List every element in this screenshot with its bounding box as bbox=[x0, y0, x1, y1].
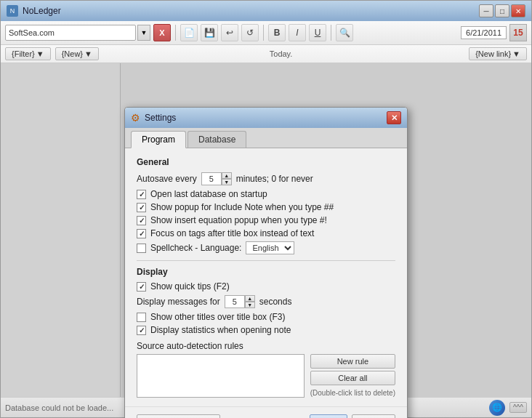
rules-section-label: Source auto-detection rules bbox=[137, 341, 395, 351]
checkbox-show-popup-label: Show popup for Include Note when you typ… bbox=[150, 202, 334, 212]
new-link-button[interactable]: {New link} ▼ bbox=[469, 47, 527, 60]
checkbox-row-1: Open last database on startup bbox=[137, 189, 395, 199]
autosave-label-pre: Autosave every bbox=[137, 174, 197, 184]
checkbox-show-popup[interactable] bbox=[137, 203, 146, 212]
settings-icon: ⚙ bbox=[131, 112, 140, 124]
minimize-button[interactable]: ─ bbox=[479, 4, 493, 17]
underline-button[interactable]: U bbox=[309, 24, 326, 41]
rules-content: New rule Clear all (Double-click list to… bbox=[137, 354, 395, 398]
display-msg-label-post: seconds bbox=[259, 297, 292, 307]
about-button[interactable]: About NoLedger... bbox=[137, 414, 220, 418]
dialog-title-label: Settings bbox=[145, 113, 176, 123]
rules-section: Source auto-detection rules New rule Cle… bbox=[137, 341, 395, 398]
checkbox-spellcheck[interactable] bbox=[137, 244, 146, 253]
display-msg-arrows: ▲ ▼ bbox=[245, 295, 255, 308]
database-combo-area: SoftSea.com ▼ bbox=[5, 25, 150, 41]
rules-hint: (Double-click list to delete) bbox=[310, 389, 395, 397]
checkbox-row-5: Spellcheck - Language: English bbox=[137, 241, 395, 254]
general-section-label: General bbox=[137, 157, 395, 167]
page-icon-button[interactable]: 📄 bbox=[180, 24, 198, 41]
dialog-close-button[interactable]: ✕ bbox=[387, 111, 401, 124]
checkbox-open-last-label: Open last database on startup bbox=[150, 189, 267, 199]
checkbox-display-stats[interactable] bbox=[137, 326, 146, 335]
app-icon: N bbox=[7, 5, 18, 17]
settings-dialog: ⚙ Settings ✕ Program Database bbox=[124, 107, 408, 418]
today-badge: 15 bbox=[509, 24, 527, 41]
scroll-indicator[interactable]: ^^^ bbox=[509, 402, 527, 413]
rules-list[interactable] bbox=[137, 354, 305, 398]
secondary-toolbar: {Filter} ▼ {New} ▼ Today. {New link} ▼ bbox=[1, 45, 531, 63]
italic-button[interactable]: I bbox=[289, 24, 306, 41]
undo-icon-button[interactable]: ↺ bbox=[241, 24, 259, 41]
rules-buttons: New rule Clear all (Double-click list to… bbox=[310, 354, 395, 397]
language-select[interactable]: English bbox=[246, 241, 294, 254]
checkbox-open-last[interactable] bbox=[137, 190, 146, 199]
show-tips-label: Show quick tips (F2) bbox=[150, 281, 230, 292]
clear-button[interactable]: X bbox=[153, 24, 171, 41]
tab-program[interactable]: Program bbox=[131, 131, 186, 148]
bold-button[interactable]: B bbox=[268, 24, 286, 41]
footer-right: Ok Cancel bbox=[310, 414, 395, 418]
app-title: NoLedger bbox=[23, 6, 61, 16]
main-toolbar: SoftSea.com ▼ X 📄 💾 ↩ ↺ B I U 🔍 6/21/201… bbox=[1, 21, 531, 45]
main-content: SoftSea.com ⚙ Settings ✕ Program bbox=[1, 63, 531, 397]
checkbox-show-equation[interactable] bbox=[137, 216, 146, 225]
dialog-body: General Autosave every ▲ ▼ minutes; 0 fo… bbox=[125, 148, 407, 406]
dialog-title-bar: ⚙ Settings ✕ bbox=[125, 108, 407, 128]
display-msg-down-arrow[interactable]: ▼ bbox=[245, 302, 255, 308]
checkbox-row-4: Focus on tags after title box instead of… bbox=[137, 228, 395, 238]
ok-button[interactable]: Ok bbox=[310, 414, 347, 418]
new-button[interactable]: {New} ▼ bbox=[55, 47, 99, 60]
tab-database[interactable]: Database bbox=[188, 131, 246, 148]
autosave-row: Autosave every ▲ ▼ minutes; 0 for never bbox=[137, 172, 395, 186]
autosave-input[interactable] bbox=[201, 172, 222, 185]
toolbar-separator-2 bbox=[263, 25, 264, 41]
maximize-button[interactable]: □ bbox=[495, 4, 509, 17]
checkbox-show-titles[interactable] bbox=[137, 313, 146, 322]
autosave-spinner: ▲ ▼ bbox=[201, 172, 232, 186]
title-bar-left: N NoLedger bbox=[7, 5, 61, 17]
checkbox-row-3: Show insert equation popup when you type… bbox=[137, 215, 395, 225]
new-rule-button[interactable]: New rule bbox=[310, 354, 395, 369]
autosave-arrows: ▲ ▼ bbox=[222, 172, 232, 185]
new-link-arrow-icon: ▼ bbox=[512, 49, 520, 58]
autosave-label-post: minutes; 0 for never bbox=[236, 174, 313, 184]
show-titles-row: Show other titles over title box (F3) bbox=[137, 312, 395, 322]
date-display: 6/21/2011 bbox=[461, 26, 507, 39]
display-msg-up-arrow[interactable]: ▲ bbox=[245, 295, 255, 302]
close-button[interactable]: ✕ bbox=[511, 4, 525, 17]
save-icon-button[interactable]: 💾 bbox=[201, 24, 218, 41]
display-msg-spinner: ▲ ▼ bbox=[225, 294, 255, 309]
checkbox-focus-tags[interactable] bbox=[137, 229, 146, 238]
display-msg-input[interactable] bbox=[225, 295, 245, 308]
checkbox-show-tips[interactable] bbox=[137, 282, 146, 292]
globe-icon[interactable]: 🌐 bbox=[489, 400, 505, 416]
show-tips-row: Show quick tips (F2) bbox=[137, 281, 395, 292]
filter-arrow-icon: ▼ bbox=[36, 49, 44, 58]
title-bar: N NoLedger ─ □ ✕ bbox=[1, 1, 531, 21]
autosave-up-arrow[interactable]: ▲ bbox=[222, 172, 232, 179]
app-window: N NoLedger ─ □ ✕ SoftSea.com ▼ X 📄 💾 ↩ ↺… bbox=[0, 0, 532, 418]
dialog-overlay: ⚙ Settings ✕ Program Database bbox=[1, 63, 531, 397]
back-icon-button[interactable]: ↩ bbox=[221, 24, 238, 41]
database-combo[interactable]: SoftSea.com bbox=[5, 25, 136, 41]
date-area: 6/21/2011 15 bbox=[461, 24, 527, 41]
new-arrow-icon: ▼ bbox=[84, 49, 92, 58]
filter-button[interactable]: {Filter} ▼ bbox=[5, 47, 51, 60]
dialog-tabs: Program Database bbox=[125, 128, 407, 148]
cancel-button[interactable]: Cancel bbox=[352, 414, 395, 418]
checkbox-focus-tags-label: Focus on tags after title box instead of… bbox=[150, 228, 314, 238]
combo-dropdown-arrow[interactable]: ▼ bbox=[137, 25, 150, 41]
title-bar-controls: ─ □ ✕ bbox=[479, 4, 525, 17]
dialog-title-text: ⚙ Settings bbox=[131, 112, 176, 124]
toolbar-separator-1 bbox=[175, 25, 176, 41]
display-stats-label: Display statistics when opening note bbox=[150, 325, 291, 335]
display-msg-row: Display messages for ▲ ▼ seconds bbox=[137, 294, 395, 309]
today-label: Today. bbox=[270, 49, 299, 58]
clear-all-button[interactable]: Clear all bbox=[310, 371, 395, 385]
dialog-footer: About NoLedger... Ok Cancel bbox=[125, 406, 407, 418]
autosave-down-arrow[interactable]: ▼ bbox=[222, 179, 232, 185]
display-stats-row: Display statistics when opening note bbox=[137, 325, 395, 335]
search-button[interactable]: 🔍 bbox=[336, 24, 353, 41]
toolbar-separator-3 bbox=[331, 25, 331, 41]
